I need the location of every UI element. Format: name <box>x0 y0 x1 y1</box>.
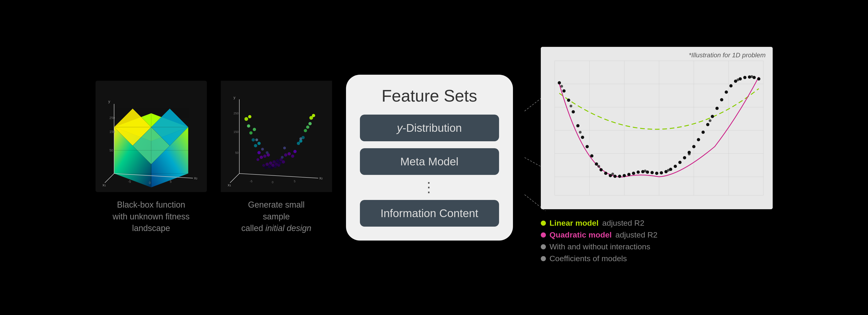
svg-point-59 <box>256 158 259 161</box>
svg-text:50: 50 <box>235 151 238 155</box>
svg-text:5: 5 <box>294 180 296 183</box>
chart-section: *Illustration for 1D problem <box>541 47 773 268</box>
svg-text:x₁: x₁ <box>102 183 106 187</box>
legend-dot-linear <box>541 221 546 226</box>
svg-point-74 <box>308 122 312 125</box>
svg-point-133 <box>697 138 700 141</box>
legend-label-linear-normal: adjusted R2 <box>602 219 644 227</box>
svg-point-156 <box>737 78 739 81</box>
chart-area: *Illustration for 1D problem <box>541 47 773 209</box>
svg-text:0: 0 <box>272 181 273 184</box>
svg-point-146 <box>757 77 761 81</box>
feature-item-meta-model: Meta Model <box>360 148 499 175</box>
svg-point-139 <box>725 91 728 94</box>
svg-point-48 <box>282 160 285 163</box>
svg-text:250: 250 <box>234 112 239 115</box>
legend-label-coefficients: Coefficients of models <box>550 254 627 263</box>
svg-point-105 <box>567 99 570 102</box>
svg-point-55 <box>263 155 267 158</box>
svg-point-81 <box>266 151 269 154</box>
svg-point-52 <box>262 164 265 167</box>
svg-point-112 <box>599 168 603 171</box>
scatter-section: x₁ x₂ y 250 150 50 -5 0 5 <box>221 81 332 234</box>
svg-point-149 <box>579 131 582 134</box>
feature-item-information-content: Information Content <box>360 200 499 227</box>
svg-point-154 <box>688 153 691 155</box>
svg-point-125 <box>660 171 663 175</box>
svg-point-76 <box>248 115 251 118</box>
blackbox-label: Black-box function with unknown fitness … <box>113 199 189 234</box>
svg-point-103 <box>558 81 561 85</box>
svg-point-78 <box>312 114 315 117</box>
svg-point-138 <box>720 98 723 101</box>
svg-point-73 <box>247 124 250 128</box>
svg-point-119 <box>632 171 635 175</box>
svg-point-84 <box>299 137 302 140</box>
svg-point-54 <box>260 156 263 159</box>
svg-point-67 <box>252 138 255 141</box>
svg-text:50: 50 <box>110 149 113 152</box>
legend-label-quadratic-bold: Quadratic model <box>550 230 612 240</box>
svg-text:y: y <box>108 99 110 103</box>
svg-point-147 <box>560 85 563 88</box>
legend-label-quadratic-normal: adjusted R2 <box>616 230 657 240</box>
svg-text:250: 250 <box>110 116 115 120</box>
legend-item-quadratic: Quadratic model adjusted R2 <box>541 230 773 240</box>
svg-point-120 <box>637 170 640 174</box>
svg-rect-88 <box>541 47 773 209</box>
svg-text:0: 0 <box>149 181 151 185</box>
svg-point-129 <box>678 161 682 164</box>
legend-label-interactions: With and without interactions <box>550 242 650 251</box>
svg-point-49 <box>270 166 273 169</box>
svg-point-110 <box>590 154 593 158</box>
svg-point-111 <box>595 162 598 166</box>
legend-dot-coefficients <box>541 256 546 261</box>
svg-point-128 <box>674 165 677 168</box>
svg-point-152 <box>644 169 647 172</box>
svg-point-72 <box>306 125 309 129</box>
svg-point-107 <box>576 124 580 127</box>
svg-point-39 <box>266 163 269 166</box>
dots-separator: ⋮ <box>422 182 437 193</box>
svg-point-65 <box>297 142 300 145</box>
svg-point-116 <box>618 175 621 178</box>
svg-point-140 <box>729 84 733 88</box>
svg-point-115 <box>613 175 617 178</box>
svg-point-113 <box>604 171 607 175</box>
svg-point-63 <box>254 144 257 147</box>
legend-item-interactions: With and without interactions <box>541 242 773 251</box>
svg-text:x₂: x₂ <box>319 176 322 180</box>
svg-point-69 <box>249 131 252 134</box>
svg-point-132 <box>692 145 695 148</box>
feature-sets-section: Feature Sets y-Distribution Meta Model ⋮… <box>346 75 513 241</box>
blackbox-section: x₁ x₂ y 250 150 50 -5 0 5 Black-box func… <box>96 81 207 234</box>
svg-point-58 <box>287 152 291 155</box>
svg-point-150 <box>597 165 600 168</box>
svg-point-83 <box>255 138 258 141</box>
surface-plot-container: x₁ x₂ y 250 150 50 -5 0 5 <box>96 81 207 192</box>
legend-item-coefficients: Coefficients of models <box>541 254 773 263</box>
svg-point-135 <box>706 123 709 126</box>
svg-text:x₂: x₂ <box>194 176 197 180</box>
svg-text:x₁: x₁ <box>228 183 231 187</box>
svg-point-64 <box>257 142 261 145</box>
svg-point-130 <box>683 156 686 159</box>
legend-item-linear: Linear model adjusted R2 <box>541 219 773 227</box>
svg-point-71 <box>304 129 307 132</box>
svg-point-75 <box>244 117 248 121</box>
svg-point-41 <box>273 160 276 163</box>
svg-point-60 <box>291 155 294 158</box>
main-container: x₁ x₂ y 250 150 50 -5 0 5 Black-box func… <box>0 0 868 315</box>
svg-point-61 <box>257 151 261 154</box>
svg-text:y: y <box>234 96 236 99</box>
svg-point-104 <box>562 89 566 93</box>
svg-point-108 <box>581 136 584 139</box>
svg-text:150: 150 <box>234 130 239 134</box>
svg-point-50 <box>274 165 277 168</box>
svg-point-82 <box>281 156 284 159</box>
svg-point-143 <box>743 76 746 79</box>
svg-point-124 <box>655 171 658 175</box>
svg-point-134 <box>702 131 705 134</box>
svg-point-148 <box>569 105 572 107</box>
svg-point-118 <box>627 173 630 176</box>
